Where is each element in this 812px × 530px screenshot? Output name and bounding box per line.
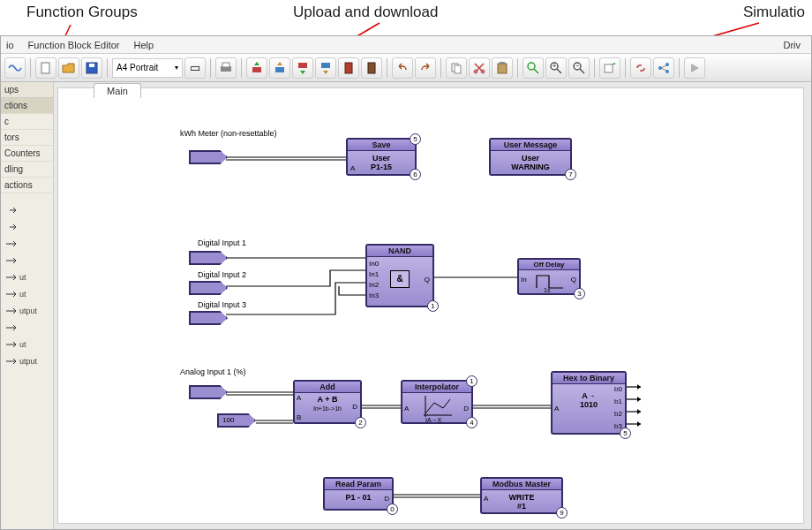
svg-rect-8 xyxy=(252,67,261,72)
svg-text:−: − xyxy=(575,63,579,69)
caption-di2: Digital Input 2 xyxy=(198,270,246,279)
svg-rect-15 xyxy=(455,65,461,73)
app-window: io Function Block Editor Help Driv A4 Po… xyxy=(0,35,812,530)
caption-kwh: kWh Meter (non-resettable) xyxy=(180,129,277,138)
svg-rect-5 xyxy=(89,64,94,67)
source-di1[interactable] xyxy=(189,251,228,265)
tool-print-icon[interactable] xyxy=(215,57,237,79)
caption-di3: Digital Input 3 xyxy=(198,300,246,309)
palette-item[interactable] xyxy=(3,202,51,218)
tool-redo-icon[interactable] xyxy=(415,57,436,79)
tool-download2-icon[interactable] xyxy=(315,57,336,79)
svg-rect-13 xyxy=(368,63,375,73)
sidebar-header: ups xyxy=(1,82,53,98)
block-add[interactable]: Add A + BIn+1b->1h A B D 2 xyxy=(293,380,362,424)
canvas[interactable]: kWh Meter (non-resettable) Save UserP1-1… xyxy=(65,101,796,516)
palette-item[interactable]: utput xyxy=(3,303,51,319)
tool-undo-icon[interactable] xyxy=(392,57,413,79)
palette-item[interactable] xyxy=(3,320,51,336)
tool-drive1-icon[interactable] xyxy=(338,57,359,79)
block-modbus[interactable]: Modbus Master WRITE#1 A 9 xyxy=(480,477,563,514)
tool-save-icon[interactable] xyxy=(81,57,102,79)
tool-copy-icon[interactable] xyxy=(446,57,467,79)
palette-item[interactable]: ut xyxy=(3,269,51,285)
source-di3[interactable] xyxy=(189,311,228,325)
source-ai1[interactable] xyxy=(189,385,228,399)
svg-line-33 xyxy=(661,68,666,71)
svg-line-21 xyxy=(534,69,538,73)
tool-paste-icon[interactable] xyxy=(492,57,513,79)
block-interpolator[interactable]: Interpolator A D IA→X 1 4 xyxy=(401,380,473,424)
tool-drive2-icon[interactable] xyxy=(361,57,382,79)
menu-fbe[interactable]: Function Block Editor xyxy=(23,38,125,52)
svg-rect-19 xyxy=(500,62,505,64)
tool-cut-icon[interactable] xyxy=(469,57,490,79)
sidebar: ups ctions c tors Counters dling actions… xyxy=(1,82,54,529)
tool-zoomout-icon[interactable]: − xyxy=(568,57,590,79)
sidebar-item-dling[interactable]: dling xyxy=(1,162,53,178)
menu-right: Driv xyxy=(778,38,806,52)
tool-upload2-icon[interactable] xyxy=(269,57,290,79)
svg-line-23 xyxy=(557,69,561,73)
block-usermsg[interactable]: User Message UserWARNING 7 xyxy=(489,138,572,176)
palette-item[interactable] xyxy=(3,236,51,252)
palette-item[interactable] xyxy=(3,219,51,235)
caption-ai1: Analog Input 1 (%) xyxy=(180,367,246,376)
source-di2[interactable] xyxy=(189,281,228,295)
tool-zoomin-icon[interactable]: + xyxy=(545,57,567,79)
tool-net-icon[interactable] xyxy=(653,57,674,79)
sidebar-item-counters[interactable]: Counters xyxy=(1,146,53,162)
source-kwh[interactable] xyxy=(189,150,228,164)
tool-play-icon[interactable] xyxy=(684,57,705,79)
tool-wave-icon[interactable] xyxy=(4,57,26,79)
palette-item[interactable] xyxy=(3,253,51,269)
palette-item[interactable]: ut xyxy=(3,286,51,302)
caption-di1: Digital Input 1 xyxy=(198,238,246,247)
block-nand[interactable]: NAND In0 In1 In2 In3 Q & 1 xyxy=(365,244,434,307)
svg-rect-28 xyxy=(605,64,613,72)
palette: ut ut utput ut utput xyxy=(1,201,53,371)
block-offdelay[interactable]: Off Delay In Q 1s 3 xyxy=(517,258,581,295)
block-hex2bin[interactable]: Hex to Binary A→1010 A b0 b1 b2 b3 5 xyxy=(551,371,627,435)
tool-link-icon[interactable] xyxy=(630,57,651,79)
tool-download1-icon[interactable] xyxy=(292,57,313,79)
tab-main[interactable]: Main xyxy=(94,83,141,98)
svg-rect-10 xyxy=(298,63,307,68)
canvas-wrap: Main iInvertek Drives xyxy=(57,87,804,524)
tabbar: Main xyxy=(94,83,141,101)
tool-find-icon[interactable] xyxy=(523,57,544,79)
svg-rect-18 xyxy=(498,64,507,73)
menu-help[interactable]: Help xyxy=(129,38,160,52)
svg-rect-9 xyxy=(275,67,284,72)
workspace: ups ctions c tors Counters dling actions… xyxy=(1,82,811,529)
sidebar-item-actions[interactable]: actions xyxy=(1,178,53,193)
sidebar-item-functions[interactable]: ctions xyxy=(1,98,53,114)
svg-text:+: + xyxy=(553,63,556,69)
menubar: io Function Block Editor Help Driv xyxy=(1,36,811,54)
svg-point-20 xyxy=(528,63,535,70)
svg-rect-7 xyxy=(222,63,229,67)
svg-rect-3 xyxy=(41,63,49,73)
block-readparam[interactable]: Read Param P1 - 01 D 0 xyxy=(323,477,394,511)
svg-line-26 xyxy=(580,69,584,73)
tool-new-icon[interactable] xyxy=(35,57,56,79)
toolbar: A4 Portrait ▭ + − xyxy=(1,54,811,82)
block-save[interactable]: Save UserP1-15 A 5 6 xyxy=(346,138,417,176)
tool-upload1-icon[interactable] xyxy=(246,57,267,79)
sidebar-item-c[interactable]: c xyxy=(1,114,53,130)
palette-item[interactable]: utput xyxy=(3,353,51,369)
tool-paper-icon[interactable]: ▭ xyxy=(184,57,206,79)
paper-select[interactable]: A4 Portrait xyxy=(112,58,183,78)
tool-export-icon[interactable] xyxy=(599,57,620,79)
svg-rect-11 xyxy=(321,63,330,68)
svg-line-32 xyxy=(661,65,666,68)
tool-open-icon[interactable] xyxy=(58,57,79,79)
sidebar-item-tors[interactable]: tors xyxy=(1,130,53,146)
svg-rect-12 xyxy=(345,63,352,73)
palette-item[interactable]: ut xyxy=(3,337,51,352)
